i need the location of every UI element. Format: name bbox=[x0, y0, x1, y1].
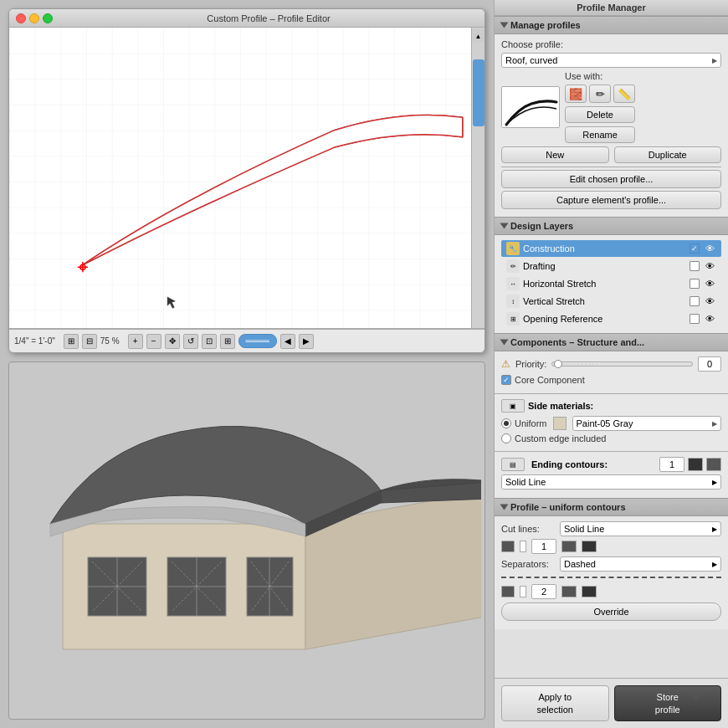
layer-drafting[interactable]: ✏ Drafting 👁 bbox=[501, 258, 721, 274]
delete-button[interactable]: Delete bbox=[565, 106, 635, 123]
apply-label-line2: selection bbox=[537, 705, 573, 715]
zoom-out-icon[interactable]: − bbox=[146, 334, 161, 349]
use-wall-button[interactable]: 🧱 bbox=[565, 85, 587, 103]
layer-drafting-eye-icon[interactable]: 👁 bbox=[703, 261, 716, 271]
use-with-buttons: 🧱 ✏ 📏 bbox=[565, 85, 635, 103]
solid-line-dropdown[interactable]: Solid Line ▶ bbox=[501, 474, 721, 490]
nav-right-icon[interactable]: ▶ bbox=[299, 334, 314, 349]
core-component-checkbox[interactable]: ✓ bbox=[501, 375, 511, 385]
separators-row: Separators: Dashed ▶ bbox=[501, 556, 721, 572]
side-materials-icon: ▣ bbox=[501, 399, 525, 413]
separators-arrow-icon: ▶ bbox=[712, 561, 717, 568]
separators-dropdown[interactable]: Dashed ▶ bbox=[560, 556, 721, 572]
components-header: Components – Structure and... bbox=[495, 333, 728, 351]
use-column-button[interactable]: 📏 bbox=[613, 85, 635, 103]
cut-lines-style-text: Solid Line bbox=[564, 524, 604, 534]
rotate-icon[interactable]: ↺ bbox=[183, 334, 198, 349]
zoom-mode-toggle[interactable]: ════ bbox=[238, 334, 277, 348]
nav-left-icon[interactable]: ◀ bbox=[280, 334, 295, 349]
select-icon[interactable]: ⊞ bbox=[220, 334, 235, 349]
ending-contour-line-style-box bbox=[688, 458, 703, 471]
ending-contours-count-input[interactable] bbox=[659, 457, 684, 472]
zoom-in-icon[interactable]: + bbox=[128, 334, 143, 349]
separators-end-box bbox=[561, 586, 577, 597]
uniform-radio-row: Uniform Paint-05 Gray ▶ bbox=[501, 416, 721, 431]
manage-profiles-header: Manage profiles bbox=[495, 16, 728, 34]
ending-contours-content: ▤ Ending contours: Solid Line ▶ bbox=[495, 451, 728, 498]
close-button[interactable] bbox=[16, 13, 26, 23]
minimize-button[interactable] bbox=[29, 13, 39, 23]
scale-display: 1/4" = 1'-0" bbox=[14, 336, 55, 346]
section-triangle-icon bbox=[500, 23, 509, 28]
cut-lines-label: Cut lines: bbox=[501, 524, 560, 534]
profile-editor-window: Custom Profile – Profile Editor bbox=[8, 8, 485, 353]
ending-contour-row: ▤ Ending contours: bbox=[501, 457, 721, 472]
override-button[interactable]: Override bbox=[501, 602, 721, 621]
pan-icon[interactable]: ✥ bbox=[165, 334, 180, 349]
separators-label: Separators: bbox=[501, 559, 560, 569]
use-with-label: Use with: bbox=[565, 71, 635, 81]
new-button[interactable]: New bbox=[501, 146, 609, 163]
layer-vert-stretch-check[interactable] bbox=[690, 296, 700, 306]
priority-label: Priority: bbox=[515, 359, 546, 369]
cut-lines-end2-box bbox=[582, 541, 597, 552]
material-name-text: Paint-05 Gray bbox=[577, 418, 633, 428]
solid-line-text: Solid Line bbox=[505, 477, 546, 487]
use-with-controls: Use with: 🧱 ✏ 📏 Delete Rename bbox=[565, 71, 635, 143]
use-beam-button[interactable]: ✏ bbox=[589, 85, 611, 103]
scrollbar-thumb[interactable] bbox=[473, 59, 484, 126]
layer-opening-reference[interactable]: ⊞ Opening Reference 👁 bbox=[501, 310, 721, 327]
layer-drafting-icon: ✏ bbox=[506, 259, 520, 273]
canvas-svg bbox=[9, 28, 471, 329]
layer-vert-stretch-eye-icon[interactable]: 👁 bbox=[703, 296, 716, 306]
duplicate-button[interactable]: Duplicate bbox=[614, 146, 722, 163]
profile-uniform-content: Cut lines: Solid Line ▶ Separators: Dash… bbox=[495, 516, 728, 629]
layer-horiz-stretch-check[interactable] bbox=[690, 279, 700, 289]
zoom-fit-icon[interactable]: ⊡ bbox=[202, 334, 217, 349]
priority-value-input[interactable] bbox=[698, 356, 721, 372]
capture-button[interactable]: Capture element's profile... bbox=[501, 191, 721, 209]
fit-icon[interactable]: ⊞ bbox=[64, 334, 79, 349]
ending-contours-label: Ending contours: bbox=[531, 459, 608, 469]
editor-canvas[interactable]: ▲ bbox=[9, 28, 484, 329]
choose-profile-label: Choose profile: bbox=[501, 39, 563, 49]
layer-construction-check[interactable]: ✓ bbox=[690, 244, 700, 254]
store-label-line1: Store bbox=[657, 692, 679, 702]
rename-button[interactable]: Rename bbox=[565, 126, 635, 143]
zoom-display: 75 % bbox=[100, 336, 120, 346]
profile-uniform-header: Profile – uniform contours bbox=[495, 498, 728, 516]
layer-opening-ref-check[interactable] bbox=[690, 314, 700, 324]
cut-lines-value-input[interactable] bbox=[531, 539, 556, 554]
solid-line-arrow-icon: ▶ bbox=[712, 479, 717, 486]
action-buttons: Delete Rename bbox=[565, 106, 635, 143]
uniform-radio[interactable] bbox=[501, 418, 511, 428]
maximize-button[interactable] bbox=[43, 13, 53, 23]
ending-contour-style2-box bbox=[706, 458, 721, 471]
traffic-lights bbox=[16, 13, 53, 23]
window-title: Custom Profile – Profile Editor bbox=[59, 13, 478, 23]
store-profile-button[interactable]: Store profile bbox=[614, 685, 722, 721]
apply-to-selection-button[interactable]: Apply to selection bbox=[501, 685, 609, 721]
layer-vertical-stretch[interactable]: ↕ Vertical Stretch 👁 bbox=[501, 293, 721, 310]
right-panel: Profile Manager Manage profiles Choose p… bbox=[494, 0, 728, 728]
layer-opening-ref-eye-icon[interactable]: 👁 bbox=[703, 314, 716, 324]
layer-construction[interactable]: 🔧 Construction ✓ 👁 bbox=[501, 240, 721, 257]
separators-value-input[interactable] bbox=[531, 584, 556, 599]
custom-edge-radio[interactable] bbox=[501, 433, 511, 443]
new-duplicate-row: New Duplicate bbox=[501, 146, 721, 163]
core-component-row: ✓ Core Component bbox=[501, 375, 721, 385]
design-layers-triangle-icon bbox=[500, 223, 509, 229]
grid-icon[interactable]: ⊟ bbox=[82, 334, 97, 349]
layer-construction-eye-icon[interactable]: 👁 bbox=[703, 244, 716, 254]
priority-slider[interactable]: · · · · · · · · · · bbox=[551, 361, 693, 367]
layer-horizontal-stretch[interactable]: ↔ Horizontal Stretch 👁 bbox=[501, 275, 721, 292]
cut-lines-cap-box bbox=[520, 541, 526, 552]
side-materials-header-row: ▣ Side materials: bbox=[501, 399, 721, 413]
layer-drafting-check[interactable] bbox=[690, 261, 700, 271]
material-dropdown[interactable]: Paint-05 Gray ▶ bbox=[572, 416, 721, 431]
cut-lines-dropdown[interactable]: Solid Line ▶ bbox=[560, 521, 721, 536]
vertical-scrollbar[interactable]: ▲ bbox=[471, 28, 484, 328]
profile-dropdown[interactable]: Roof, curved ▶ bbox=[501, 53, 721, 68]
edit-chosen-button[interactable]: Edit chosen profile... bbox=[501, 170, 721, 188]
layer-horiz-stretch-eye-icon[interactable]: 👁 bbox=[703, 279, 716, 289]
